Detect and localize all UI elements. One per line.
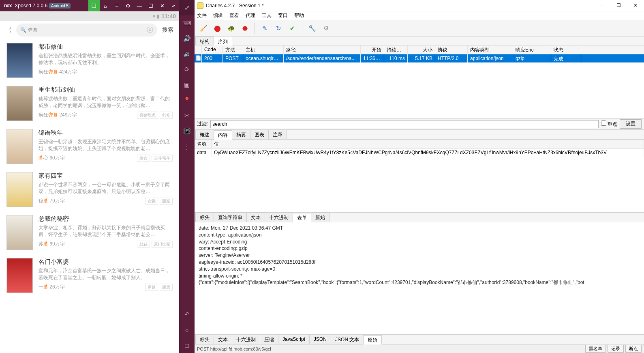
response-line: strict-transport-security: max-age=0: [199, 266, 640, 273]
search-results[interactable]: 都市修仙 道祖张浩然挑战混沌雷劫失败，重生回到高中时代。会医术，修法术，玩转都市…: [0, 39, 179, 353]
col-path[interactable]: 路径: [284, 45, 361, 54]
android-back-button[interactable]: ↶: [179, 307, 195, 322]
list-item[interactable]: 都市修仙 道祖张浩然挑战混沌雷劫失败，重生回到高中时代。会医术，修法术，玩转都市…: [0, 39, 179, 82]
broom-icon[interactable]: 🧹: [198, 23, 209, 34]
book-desc: 仙尊渡劫失败，重返青年时代，面对女朋友的背叛，富二代的威胁，老同学的嘲讽，沈玉寒…: [39, 95, 173, 109]
validate-icon[interactable]: ✔: [287, 23, 298, 34]
col-size[interactable]: 大小: [408, 45, 435, 54]
search-row: 〈 🔍 弹幕 ⓧ 搜索: [0, 21, 179, 39]
more-icon[interactable]: ⋮: [179, 139, 195, 154]
menu-help[interactable]: 帮助: [294, 12, 304, 19]
gear-icon[interactable]: ⚙: [320, 23, 332, 34]
nox-multi-instance-button[interactable]: ❐: [88, 0, 100, 11]
tab-resp-headers[interactable]: 标头: [195, 335, 214, 344]
menu-proxy[interactable]: 代理: [246, 12, 255, 19]
nox-collapse-sidebar-button[interactable]: «: [168, 0, 179, 11]
tab-hex[interactable]: 十六进制: [265, 213, 293, 222]
search-button[interactable]: 搜索: [160, 26, 176, 34]
nox-maximize-button[interactable]: ☐: [145, 0, 156, 11]
android-home-button[interactable]: ○: [179, 322, 195, 338]
android-recents-button[interactable]: □: [179, 338, 195, 353]
tab-notes[interactable]: 注释: [268, 130, 287, 139]
tab-resp-hex[interactable]: 十六进制: [232, 335, 260, 344]
location-icon[interactable]: 📍: [179, 93, 195, 108]
list-item[interactable]: 锦语秋年 王锦锦一朝穿越，发现王家深宅大院并不简单。包藏祸心的庶姐，捉摸不透的姨…: [0, 125, 179, 168]
menu-tools[interactable]: 工具: [262, 12, 272, 19]
window-maximize-button[interactable]: ☐: [610, 0, 627, 11]
tab-resp-compressed[interactable]: 压缩: [260, 335, 278, 344]
response-pane[interactable]: date: Mon, 27 Dec 2021 03:36:47 GMT cont…: [195, 222, 644, 334]
col-status[interactable]: 状态: [551, 45, 581, 54]
nox-menu-button[interactable]: ≡: [111, 0, 122, 11]
window-close-button[interactable]: ✕: [627, 0, 644, 11]
book-meta: 幕心·60万字 嫡女宫斗宅斗: [39, 155, 173, 162]
tab-summary[interactable]: 摘要: [232, 130, 250, 139]
repeat-icon[interactable]: ↻: [273, 23, 284, 34]
col-proto[interactable]: 协议: [435, 45, 468, 54]
settings-button[interactable]: 设置: [620, 119, 642, 129]
table-row[interactable]: data Oy5WuaoXEZ7olfyLN7ZycnzlIJ6WEmKEBwi…: [195, 149, 644, 157]
nox-settings-button[interactable]: ⚙: [122, 0, 134, 11]
nox-minimize-button[interactable]: —: [134, 0, 145, 11]
shake-icon[interactable]: 📳: [179, 123, 195, 139]
menu-file[interactable]: 文件: [197, 12, 207, 19]
tab-raw[interactable]: 原始: [311, 213, 329, 222]
fullscreen-icon[interactable]: ⤢: [179, 0, 195, 15]
list-item[interactable]: 总裁的秘密 大学毕业、相亲、裸婚，舒苏以为接下来的日子就是攒钱买房，怀孕生子，结…: [0, 211, 179, 254]
list-item[interactable]: 名门小富婆 宣和元年，汴京首富慕氏一族一夕之间家破人亡。成婚当日，慕晚死在了喜堂…: [0, 254, 179, 297]
tab-content[interactable]: 内容: [214, 130, 232, 140]
col-code[interactable]: Code: [202, 45, 223, 54]
table-header: Code 方法 主机 路径 开始 持续时间 大小 协议 内容类型 响应Enc 状…: [195, 45, 644, 54]
throttle-icon[interactable]: 🐢: [225, 23, 237, 34]
col-dur[interactable]: 持续时间: [384, 45, 408, 54]
tab-query[interactable]: 查询字符串: [214, 213, 247, 222]
record-icon[interactable]: ⬤: [212, 23, 223, 34]
col-method[interactable]: 方法: [223, 45, 243, 54]
record-button[interactable]: 记录: [608, 345, 624, 353]
tab-resp-jsontext[interactable]: JSON 文本: [331, 335, 364, 344]
clear-button[interactable]: ⓧ: [147, 26, 153, 34]
filter-input[interactable]: [210, 120, 598, 128]
request-body-tabs: 标头 查询字符串 文本 十六进制 表单 原始: [195, 213, 644, 222]
breakpoint-button[interactable]: 断点: [625, 345, 642, 353]
tab-text[interactable]: 文本: [246, 213, 265, 222]
window-minimize-button[interactable]: —: [593, 0, 610, 11]
back-button[interactable]: 〈: [3, 25, 14, 35]
nox-home-button[interactable]: ⌂: [100, 0, 111, 11]
search-input[interactable]: 🔍 弹幕 ⓧ: [16, 24, 157, 37]
volume-down-icon[interactable]: 🔉: [179, 46, 195, 62]
list-item[interactable]: 重生都市剑仙 仙尊渡劫失败，重返青年时代，面对女朋友的背叛，富二代的威胁，老同学…: [0, 82, 179, 125]
tab-resp-text[interactable]: 文本: [214, 335, 232, 344]
compose-icon[interactable]: ✎: [259, 23, 270, 34]
keyboard-icon[interactable]: ⌨: [179, 15, 195, 31]
col-enc[interactable]: 响应Enc: [513, 45, 551, 54]
tab-headers[interactable]: 标头: [195, 213, 214, 222]
tab-structure[interactable]: 结构: [195, 37, 214, 45]
wrench-icon[interactable]: 🔧: [306, 23, 318, 34]
request-table: Code 方法 主机 路径 开始 持续时间 大小 协议 内容类型 响应Enc 状…: [195, 45, 644, 118]
tab-form[interactable]: 表单: [293, 213, 311, 222]
nox-close-button[interactable]: ✕: [156, 0, 168, 11]
tab-chart[interactable]: 图表: [250, 130, 269, 139]
col-start[interactable]: 开始: [361, 45, 384, 54]
tab-resp-js[interactable]: JavaScript: [278, 335, 310, 344]
col-host[interactable]: 主机: [243, 45, 284, 54]
list-item[interactable]: 家有四宝 都说一个世界不容两穿，一公一母都危险。小明一家子穿了两双，兄弟姐妹可以…: [0, 168, 179, 211]
col-ctype[interactable]: 内容类型: [468, 45, 513, 54]
table-row[interactable]: 📄 200 POST ocean.shuqirea... /sqan/rende…: [195, 54, 644, 62]
screenshot-icon[interactable]: ▣: [179, 77, 195, 93]
blacklist-button[interactable]: 黑名单: [585, 345, 606, 353]
charles-app-icon: [197, 2, 203, 9]
rotate-icon[interactable]: ⟳: [179, 62, 195, 77]
menu-view[interactable]: 查看: [229, 12, 239, 19]
menu-window[interactable]: 窗口: [278, 12, 288, 19]
tab-overview[interactable]: 概述: [195, 130, 214, 139]
tab-resp-raw[interactable]: 原始: [363, 335, 382, 344]
menu-edit[interactable]: 编辑: [213, 12, 223, 19]
breakpoint-icon[interactable]: ⬣: [239, 23, 250, 34]
volume-up-icon[interactable]: 🔊: [179, 31, 195, 46]
focus-checkbox[interactable]: 重点: [601, 121, 617, 128]
tab-resp-json[interactable]: JSON: [309, 335, 331, 344]
tab-sequence[interactable]: 序列: [214, 37, 232, 45]
scissors-icon[interactable]: ✂: [179, 108, 195, 123]
